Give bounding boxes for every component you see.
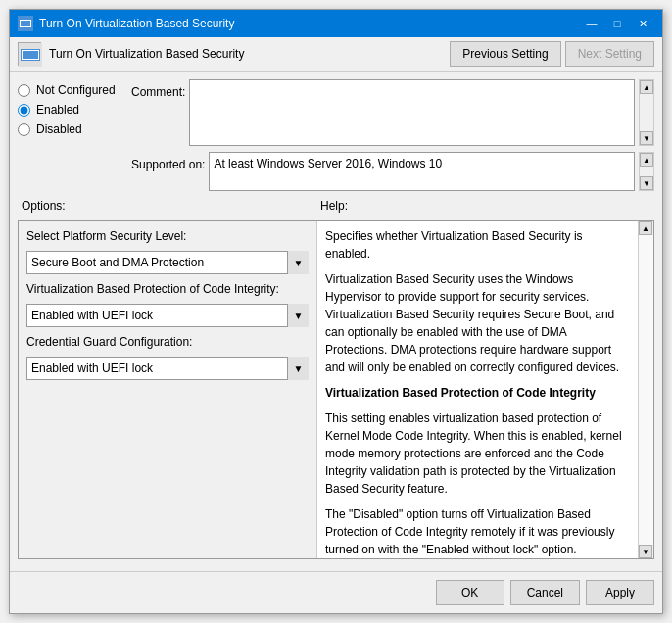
help-para-5: The "Disabled" option turns off Virtuali… — [325, 505, 630, 558]
comment-scroll-up[interactable]: ▲ — [640, 80, 653, 94]
help-scroll-down[interactable]: ▼ — [639, 545, 652, 558]
help-scroll-up[interactable]: ▲ — [639, 221, 652, 235]
help-header: Help: — [316, 197, 654, 215]
enabled-radio[interactable] — [18, 104, 30, 117]
radio-group: Not Configured Enabled Disabled — [18, 79, 125, 136]
close-button[interactable]: ✕ — [631, 14, 654, 33]
enabled-label: Enabled — [36, 103, 79, 117]
supported-label: Supported on: — [131, 152, 205, 177]
help-para-2: Virtualization Based Security uses the W… — [325, 270, 630, 376]
help-scrollbar: ▲ ▼ — [638, 221, 653, 558]
top-section: Not Configured Enabled Disabled Comment: — [18, 79, 654, 191]
comment-scroll-down[interactable]: ▼ — [640, 131, 653, 145]
bottom-bar: OK Cancel Apply — [10, 571, 662, 613]
cg-select[interactable]: Disabled Enabled without lock Enabled wi… — [26, 357, 309, 380]
help-panel: Specifies whether Virtualization Based S… — [317, 221, 653, 558]
content-area: Not Configured Enabled Disabled Comment: — [10, 72, 662, 567]
title-bar-controls: ― □ ✕ — [580, 14, 654, 33]
supported-scroll-down[interactable]: ▼ — [640, 176, 653, 190]
maximize-button[interactable]: □ — [605, 14, 629, 33]
next-setting-button[interactable]: Next Setting — [565, 41, 654, 67]
window-icon — [18, 16, 33, 31]
help-text-area: Specifies whether Virtualization Based S… — [317, 221, 638, 558]
vbs-select[interactable]: Disabled Enabled without lock Enabled wi… — [26, 304, 309, 327]
previous-setting-button[interactable]: Previous Setting — [450, 41, 560, 67]
cancel-button[interactable]: Cancel — [510, 580, 580, 605]
title-bar: Turn On Virtualization Based Security ― … — [10, 10, 662, 37]
cg-select-wrap: Disabled Enabled without lock Enabled wi… — [26, 357, 309, 380]
svg-rect-6 — [23, 51, 38, 59]
options-header: Options: — [18, 197, 316, 215]
toolbar: Turn On Virtualization Based Security Pr… — [10, 37, 662, 72]
comment-textarea[interactable] — [189, 79, 635, 146]
toolbar-icon — [18, 42, 41, 66]
comment-label: Comment: — [131, 79, 185, 105]
not-configured-radio[interactable] — [18, 84, 30, 97]
cg-label: Credential Guard Configuration: — [26, 335, 309, 349]
comment-scrollbar: ▲ ▼ — [639, 79, 654, 146]
radio-disabled[interactable]: Disabled — [18, 122, 125, 136]
help-scroll-track — [639, 235, 653, 545]
main-window: Turn On Virtualization Based Security ― … — [9, 9, 663, 614]
options-panel: Select Platform Security Level: Secure B… — [19, 221, 317, 558]
two-panel: Select Platform Security Level: Secure B… — [18, 220, 654, 559]
platform-label: Select Platform Security Level: — [26, 229, 309, 243]
supported-scroll-up[interactable]: ▲ — [640, 153, 653, 167]
help-para-3: Virtualization Based Protection of Code … — [325, 384, 630, 402]
right-fields: Comment: ▲ ▼ Supported on: At least — [131, 79, 654, 191]
radio-enabled[interactable]: Enabled — [18, 103, 125, 117]
svg-rect-2 — [21, 21, 30, 26]
supported-row: Supported on: At least Windows Server 20… — [131, 152, 654, 191]
not-configured-label: Not Configured — [36, 83, 116, 97]
help-para-1: Specifies whether Virtualization Based S… — [325, 227, 630, 263]
disabled-radio[interactable] — [18, 123, 30, 136]
ok-button[interactable]: OK — [436, 580, 504, 605]
platform-select-wrap: Secure Boot Only Secure Boot and DMA Pro… — [26, 251, 309, 274]
minimize-button[interactable]: ― — [580, 14, 603, 33]
help-para-4: This setting enables virtualization base… — [325, 409, 630, 498]
comment-row: Comment: ▲ ▼ — [131, 79, 654, 146]
panel-headers: Options: Help: — [18, 197, 654, 215]
platform-select[interactable]: Secure Boot Only Secure Boot and DMA Pro… — [26, 251, 309, 274]
supported-scrollbar: ▲ ▼ — [639, 152, 654, 191]
toolbar-buttons: Previous Setting Next Setting — [450, 41, 654, 67]
supported-value: At least Windows Server 2016, Windows 10 — [209, 152, 635, 191]
disabled-label: Disabled — [36, 122, 82, 136]
vbs-select-wrap: Disabled Enabled without lock Enabled wi… — [26, 304, 309, 327]
apply-button[interactable]: Apply — [586, 580, 654, 605]
vbs-label: Virtualization Based Protection of Code … — [26, 282, 309, 296]
title-bar-text: Turn On Virtualization Based Security — [39, 17, 580, 30]
radio-not-configured[interactable]: Not Configured — [18, 83, 125, 97]
toolbar-title: Turn On Virtualization Based Security — [49, 47, 442, 61]
